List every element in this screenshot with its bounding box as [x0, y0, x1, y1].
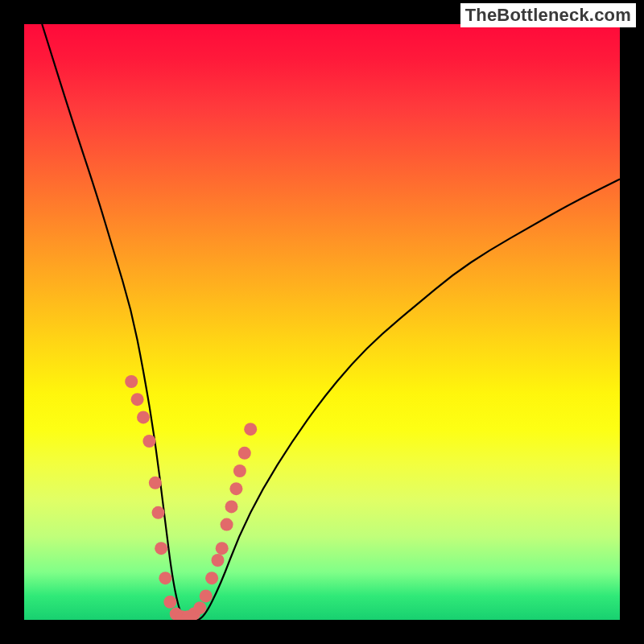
curve-dot: [229, 482, 242, 495]
curve-dot: [155, 542, 167, 555]
curve-dot: [238, 447, 251, 460]
plot-area: [24, 24, 620, 620]
curve-dot: [212, 554, 225, 567]
curve-dot: [225, 500, 238, 513]
curve-dot: [159, 572, 171, 584]
curve-marker-dots: [125, 375, 257, 620]
curve-layer: [24, 24, 620, 620]
curve-dot: [233, 464, 246, 477]
curve-dot: [221, 518, 233, 531]
curve-dot: [244, 423, 257, 436]
curve-dot: [137, 411, 150, 423]
curve-dot: [131, 393, 144, 406]
curve-dot: [163, 596, 176, 609]
brand-label: TheBottleneck.com: [465, 5, 631, 25]
bottleneck-curve: [42, 24, 620, 620]
brand-watermark: TheBottleneck.com: [460, 3, 636, 27]
chart-frame: TheBottleneck.com: [0, 0, 644, 644]
curve-dot: [152, 506, 165, 519]
curve-dot: [149, 477, 162, 489]
curve-dot: [125, 375, 138, 388]
curve-dot: [216, 542, 229, 555]
curve-dot: [142, 435, 155, 448]
curve-dot: [200, 589, 213, 602]
curve-dot: [205, 572, 218, 584]
curve-dot: [193, 601, 206, 614]
